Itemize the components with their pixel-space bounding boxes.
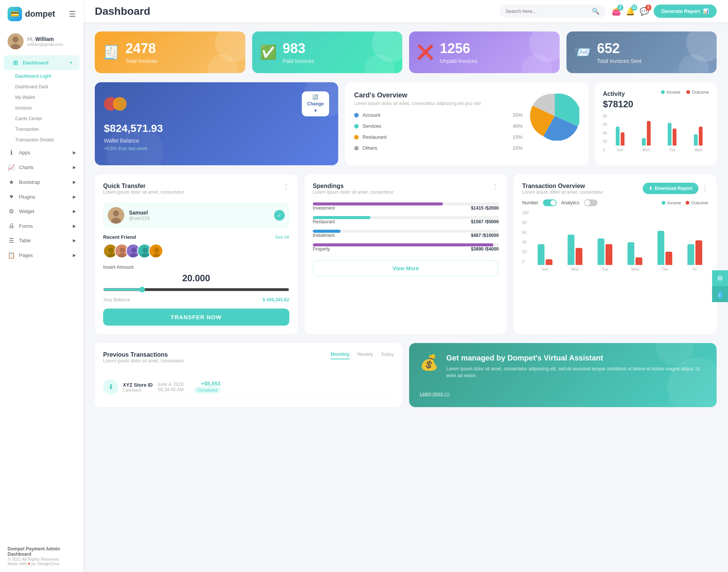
- gear-icon: ⚙: [717, 274, 723, 282]
- installment-bar: [313, 230, 341, 233]
- quick-transfer-menu[interactable]: ⋮: [282, 183, 289, 191]
- sidebar-item-bootstrap[interactable]: ★ Bootstrap ▶: [0, 175, 83, 190]
- stat-card-unpaid-invoices: ❌ 1256 Unpaid Invoices: [409, 31, 560, 73]
- unpaid-invoices-number: 1256: [440, 41, 478, 56]
- sidebar-item-forms[interactable]: 🖨 Forms ▶: [0, 219, 83, 233]
- tab-today[interactable]: Today: [381, 351, 394, 359]
- sidebar-item-label: Forms: [19, 223, 33, 229]
- sidebar-item-plugins[interactable]: ♥ Plugins ▶: [0, 190, 83, 204]
- download-report-button[interactable]: ⬇ Download Report: [643, 183, 698, 194]
- to-sun-outcome: [546, 259, 552, 265]
- svg-point-13: [131, 248, 136, 253]
- sidebar-item-cards-center[interactable]: Cards Center: [15, 113, 83, 124]
- bar-group-tue: Tue: [662, 123, 683, 152]
- paid-invoices-label: Paid Invoices: [283, 58, 314, 64]
- transfer-user-avatar: [108, 207, 124, 224]
- tue-income-bar: [668, 123, 672, 146]
- quick-transfer-desc: Lorem ipsum dolor sit amet, consectetur: [103, 190, 184, 195]
- brand-name: Dompet Payment Admin Dashboard: [8, 546, 76, 557]
- amount-slider[interactable]: [103, 287, 289, 293]
- property-bar: [313, 243, 493, 246]
- generate-report-button[interactable]: Generate Report 📊: [654, 5, 717, 18]
- tx-sub: Cashback: [123, 388, 153, 392]
- total-sent-label: Total Invoices Sent: [597, 58, 642, 64]
- va-learn-more-link[interactable]: Learn more >>: [420, 391, 706, 396]
- transaction-item: ⬇ XYZ Store ID Cashback June 4, 2020 05:…: [103, 376, 394, 399]
- svg-point-7: [108, 248, 114, 253]
- sidebar-item-charts[interactable]: 📈 Charts ▶: [0, 160, 83, 175]
- paid-invoices-number: 983: [283, 41, 314, 56]
- svg-point-4: [113, 210, 119, 216]
- tx-date: June 4, 2020: [157, 382, 184, 387]
- hamburger-icon[interactable]: ☰: [69, 9, 76, 19]
- charts-icon: 📈: [8, 164, 15, 171]
- activity-title: Activity: [603, 91, 625, 97]
- tx-time: 05:34:45 AM: [157, 387, 184, 392]
- generate-report-label: Generate Report: [661, 8, 700, 14]
- sidebar-item-apps[interactable]: ℹ Apps ▶: [0, 145, 83, 160]
- sidebar-item-label: Table: [19, 238, 31, 243]
- spending-item-property: Property $3890 /$4000: [313, 243, 499, 252]
- transfer-user-handle: @sam224: [129, 216, 150, 221]
- wed-label: Wed: [694, 148, 702, 152]
- outcome-legend-label: Outcome: [692, 90, 709, 94]
- to-income-label: Income: [667, 201, 681, 205]
- tx-amount: +$5,553: [194, 381, 220, 387]
- wallet-icon-button[interactable]: 👛 2: [612, 7, 621, 16]
- sidebar-item-transaction-details[interactable]: Transaction Details: [15, 135, 83, 145]
- sidebar-item-dashboard-dark[interactable]: Dashboard Dark: [15, 81, 83, 92]
- sidebar-item-table[interactable]: ☰ Table ▶: [0, 233, 83, 248]
- activity-legend: Income Outcome: [661, 90, 709, 94]
- to-bar-mon: Mon: [562, 235, 588, 271]
- to-fri-outcome: [695, 240, 702, 265]
- settings-button[interactable]: ⚙: [712, 270, 728, 286]
- overview-item-account: Account 20%: [354, 112, 522, 118]
- friend-avatars: [103, 244, 289, 258]
- avatar-image: [8, 33, 24, 49]
- transaction-overview-desc: Lorem ipsum dolor sit amet, consectetur: [522, 190, 603, 195]
- content: 🧾 2478 Total Invoices ✅ 983 Paid Invoice…: [83, 22, 728, 416]
- table-icon: ☰: [8, 237, 15, 244]
- to-wed-income: [628, 242, 634, 265]
- mon-label: Mon: [642, 148, 650, 152]
- income-legend-label: Income: [667, 90, 680, 94]
- installment-amount: $487 /$10000: [471, 233, 499, 238]
- sidebar-item-widget[interactable]: ⚙ Widget ▶: [0, 204, 83, 219]
- sidebar-item-invoices[interactable]: Invoices: [15, 103, 83, 113]
- transfer-now-button[interactable]: TRANSFER NOW: [103, 309, 289, 326]
- sidebar-item-pages[interactable]: 📋 Pages ▶: [0, 248, 83, 263]
- number-toggle[interactable]: [543, 199, 557, 206]
- previous-transactions-card: Previous Transactions Lorem ipsum dolor …: [95, 343, 402, 407]
- sidebar-item-my-wallet[interactable]: My Wallet: [15, 92, 83, 103]
- see-all-link[interactable]: See All: [275, 235, 289, 240]
- sidebar-item-dashboard-light[interactable]: Dashboard Light: [15, 71, 83, 81]
- toggle-row: Number Analytics Income Outcome: [522, 199, 708, 206]
- sidebar-item-dashboard[interactable]: ⊞ Dashboard ▾: [4, 55, 80, 70]
- water-drop-button[interactable]: 💧: [712, 286, 728, 302]
- notification-button[interactable]: 🔔 12: [626, 7, 635, 16]
- transfer-user: Samuel @sam224 ✓: [103, 202, 289, 228]
- tab-weekly[interactable]: Weekly: [357, 351, 373, 359]
- stat-card-total-invoices: 🧾 2478 Total Invoices: [95, 31, 245, 73]
- chart-bar-icon: 📊: [703, 8, 709, 14]
- sun-label: Sun: [617, 148, 624, 152]
- chevron-right-icon: ▶: [73, 165, 76, 170]
- message-button[interactable]: 💬 5: [640, 7, 649, 16]
- tx-status: Completed: [194, 387, 220, 393]
- spendings-menu[interactable]: ⋮: [492, 183, 499, 191]
- widget-icon: ⚙: [8, 208, 15, 215]
- mc-circle-orange: [113, 97, 127, 111]
- sidebar-item-transaction[interactable]: Transaction: [15, 124, 83, 135]
- user-email: william@gmail.com: [27, 42, 63, 47]
- analytics-toggle[interactable]: [584, 199, 598, 206]
- number-toggle-label: Number: [522, 200, 538, 205]
- to-tue-label: Tue: [602, 267, 608, 271]
- svg-point-10: [120, 248, 125, 253]
- search-input[interactable]: [505, 8, 589, 14]
- installment-name: Installment: [313, 233, 335, 238]
- view-more-button[interactable]: View More: [313, 260, 499, 277]
- transfer-user-name: Samuel: [129, 210, 150, 216]
- transaction-overview-menu[interactable]: ⋮: [701, 184, 708, 193]
- main-content: Dashboard 🔍 👛 2 🔔 12 💬 5 Generate Report…: [83, 0, 728, 572]
- tab-monthly[interactable]: Monthly: [331, 351, 350, 359]
